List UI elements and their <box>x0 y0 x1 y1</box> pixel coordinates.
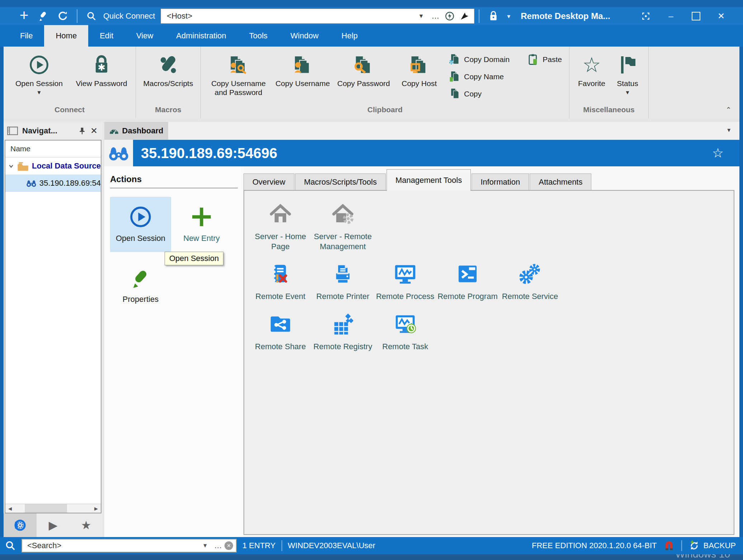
menu-edit[interactable]: Edit <box>88 25 125 47</box>
search-input[interactable] <box>27 541 199 551</box>
ribbon-collapse-icon[interactable]: ⌃ <box>725 105 732 114</box>
navigation-header: Navigat... ✕ <box>4 122 103 140</box>
view-password-button[interactable]: ✱ View Password <box>71 51 132 88</box>
group-label-clipboard: Clipboard <box>201 105 569 118</box>
tool-remote-registry[interactable]: Remote Registry <box>312 312 374 352</box>
host-more-icon[interactable]: … <box>428 11 443 21</box>
titlebar-caret-icon[interactable]: ▼ <box>506 13 511 19</box>
copy-host-button[interactable]: Copy Host <box>394 51 444 88</box>
paste-button[interactable]: Paste <box>527 54 562 65</box>
lock-icon[interactable] <box>484 11 503 22</box>
scrollbar-track[interactable] <box>15 504 91 513</box>
quick-connect-host-box: ▼ … <box>161 9 474 24</box>
ribbon: Open Session ▼ ✱ View Password Connect <box>4 47 739 118</box>
menu-view[interactable]: View <box>125 25 165 47</box>
minimize-button[interactable]: – <box>658 7 683 25</box>
tool-server-home-page[interactable]: Server - Home Page <box>249 201 312 251</box>
expander-chevron-icon[interactable] <box>8 163 14 169</box>
magnet-icon[interactable] <box>663 540 675 551</box>
menu-window[interactable]: Window <box>279 25 330 47</box>
name-column-header[interactable]: Name <box>5 141 101 157</box>
tab-macros-scripts-tools[interactable]: Macros/Scripts/Tools <box>295 174 386 190</box>
backup-button[interactable]: BACKUP <box>688 540 736 551</box>
close-button[interactable]: ✕ <box>709 7 734 25</box>
status-button[interactable]: Status ▼ <box>610 51 645 95</box>
document-tab-bar: Dashboard ▼ <box>104 122 739 140</box>
copy-button[interactable]: Copy <box>449 88 510 100</box>
tool-remote-share[interactable]: Remote Share <box>249 312 312 352</box>
search-clear-icon[interactable]: ✕ <box>224 541 233 550</box>
group-label-miscellaneous: Miscellaneous <box>569 105 648 118</box>
scroll-left-icon[interactable]: ◀ <box>5 506 15 511</box>
pin-icon[interactable] <box>78 127 86 135</box>
new-entry-icon[interactable]: + <box>14 8 34 23</box>
menu-home[interactable]: Home <box>44 25 88 47</box>
ribbon-group-connect: Open Session ▼ ✱ View Password Connect <box>4 47 136 118</box>
navigation-mode-gear-icon[interactable] <box>4 513 37 537</box>
titlebar: + Quick Connect ▼ … ▼ Remote Deskto <box>0 7 743 25</box>
tab-overview[interactable]: Overview <box>243 174 294 190</box>
statusbar-separator <box>281 540 282 551</box>
printer-icon <box>333 261 353 286</box>
action-open-session[interactable]: Open Session <box>110 197 171 252</box>
menu-file[interactable]: File <box>9 25 44 47</box>
close-panel-icon[interactable]: ✕ <box>90 126 98 136</box>
tool-remote-service[interactable]: Remote Service <box>499 261 561 302</box>
maximize-button[interactable] <box>683 7 709 25</box>
host-dropdown-icon[interactable]: ▼ <box>414 13 428 19</box>
host-input[interactable] <box>166 11 414 21</box>
search-icon[interactable] <box>82 11 101 21</box>
binoculars-icon <box>26 179 37 187</box>
menu-tools[interactable]: Tools <box>238 25 279 47</box>
favorite-star-icon[interactable]: ☆ <box>712 146 739 161</box>
action-new-entry[interactable]: New Entry <box>171 197 232 252</box>
tool-remote-task[interactable]: Remote Task <box>374 312 436 352</box>
script-scroll-icon <box>158 53 178 77</box>
plus-icon <box>190 206 213 228</box>
favorites-star-icon[interactable]: ★ <box>70 513 103 537</box>
tab-management-tools[interactable]: Management Tools <box>387 169 471 191</box>
sessions-play-icon[interactable]: ▶ <box>37 513 70 537</box>
actions-title: Actions <box>110 174 238 188</box>
quick-connect-go-icon[interactable] <box>457 11 471 21</box>
action-properties[interactable]: Properties <box>110 258 171 314</box>
scrollbar-thumb[interactable] <box>25 504 67 513</box>
tree-node-local-data-source[interactable]: Local Data Source <box>5 157 101 175</box>
copy-user-icon <box>293 53 313 77</box>
search-icon[interactable] <box>5 540 16 551</box>
menu-administration[interactable]: Administration <box>165 25 237 47</box>
favorite-button[interactable]: ☆ Favorite <box>573 51 610 88</box>
tab-dashboard[interactable]: Dashboard <box>104 122 168 140</box>
tab-list-dropdown-icon[interactable]: ▼ <box>726 127 732 133</box>
copy-domain-button[interactable]: Copy Domain <box>449 54 510 65</box>
tab-attachments[interactable]: Attachments <box>530 174 591 190</box>
tool-remote-event[interactable]: Remote Event <box>249 261 312 302</box>
refresh-icon[interactable] <box>53 11 72 22</box>
horizontal-scrollbar[interactable]: ◀ ▶ <box>5 504 101 513</box>
focus-mode-icon[interactable] <box>633 7 658 25</box>
copy-password-button[interactable]: Copy Password <box>333 51 394 88</box>
edit-pencil-icon[interactable] <box>34 11 53 21</box>
window-top-edge <box>0 0 743 7</box>
tab-information[interactable]: Information <box>472 174 529 190</box>
navigator-window-icon <box>7 126 18 136</box>
protocol-icon[interactable] <box>443 11 457 21</box>
copy-name-button[interactable]: Copy Name <box>449 71 510 82</box>
content-area: Dashboard ▼ 35.190.189.69:54696 ☆ Action… <box>104 122 739 537</box>
open-session-button[interactable]: Open Session ▼ <box>7 51 71 95</box>
tool-remote-program[interactable]: Remote Program <box>436 261 499 302</box>
search-options-icon[interactable]: … <box>212 541 224 550</box>
tool-server-remote-management[interactable]: Server - Remote Management <box>312 201 374 251</box>
edition-label: FREE EDITION 2020.1.20.0 64-BIT <box>532 541 657 550</box>
scroll-right-icon[interactable]: ▶ <box>91 506 101 511</box>
copy-username-password-button[interactable]: Copy Username and Password <box>204 51 273 97</box>
desktop-strip: Windows 10 <box>0 554 743 560</box>
tool-remote-printer[interactable]: Remote Printer <box>312 261 374 302</box>
search-dropdown-icon[interactable]: ▼ <box>199 542 212 549</box>
macros-scripts-button[interactable]: Macros/Scripts <box>139 51 197 88</box>
menu-help[interactable]: Help <box>330 25 369 47</box>
tool-remote-process[interactable]: Remote Process <box>374 261 436 302</box>
tree-node-entry-selected[interactable]: 35.190.189.69:54 <box>5 175 101 192</box>
copy-username-button[interactable]: Copy Username <box>273 51 333 88</box>
data-source-folder-icon <box>17 161 29 171</box>
